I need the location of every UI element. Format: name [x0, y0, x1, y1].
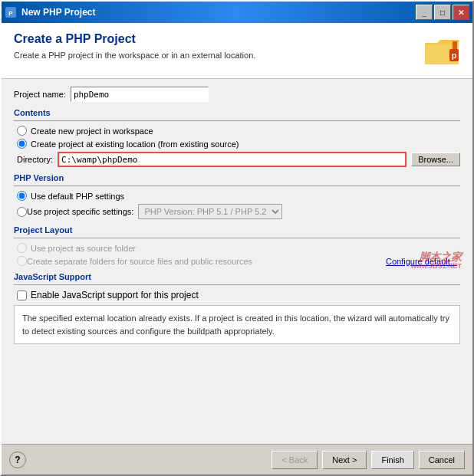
radio-project-php[interactable] [17, 207, 27, 217]
radio-workspace[interactable] [17, 126, 27, 136]
header-area: Create a PHP Project Create a PHP projec… [2, 23, 472, 79]
project-name-row: Project name: [14, 87, 460, 102]
back-button[interactable]: < Back [272, 451, 318, 469]
radio-default-php-label[interactable]: Use default PHP settings [31, 192, 124, 201]
header-text-block: Create a PHP Project Create a PHP projec… [14, 32, 423, 60]
title-bar-buttons: _ □ ✕ [416, 5, 469, 20]
project-layout-divider [14, 238, 460, 238]
window-icon: P [5, 6, 17, 18]
svg-text:p: p [452, 51, 457, 60]
enable-js-label[interactable]: Enable JavaScript support for this proje… [31, 290, 199, 300]
dialog-title: Create a PHP Project [14, 32, 423, 46]
radio-separate-folders-label[interactable]: Create separate folders for source files… [27, 257, 252, 266]
cancel-button[interactable]: Cancel [419, 451, 465, 469]
radio-separate-folders-row: Create separate folders for source files… [14, 256, 460, 266]
button-bar: ? < Back Next > Finish Cancel [2, 444, 472, 474]
radio-existing[interactable] [17, 139, 27, 149]
radio-existing-label[interactable]: Create project at existing location (fro… [31, 140, 239, 149]
radio-default-php[interactable] [17, 191, 27, 201]
title-bar: P New PHP Project _ □ ✕ [2, 2, 472, 23]
javascript-support-label: JavaScript Support [14, 272, 460, 281]
directory-label: Directory: [17, 155, 53, 164]
php-version-select[interactable]: PHP Version: PHP 5.1 / PHP 5.2 [138, 204, 282, 219]
radio-source-folder-row: Use project as source folder [14, 243, 460, 253]
dialog-subtitle: Create a PHP project in the workspace or… [14, 51, 423, 60]
radio-separate-folders[interactable] [17, 256, 27, 266]
info-text: The specified external location already … [22, 314, 449, 336]
project-name-label: Project name: [14, 90, 66, 99]
javascript-divider [14, 284, 460, 285]
finish-button[interactable]: Finish [371, 451, 413, 469]
radio-existing-row: Create project at existing location (fro… [14, 139, 460, 149]
next-button[interactable]: Next > [322, 451, 367, 469]
dialog-content: Create a PHP Project Create a PHP projec… [2, 23, 472, 474]
radio-source-folder-label[interactable]: Use project as source folder [31, 244, 136, 253]
header-icon: p [423, 32, 460, 69]
radio-project-php-label[interactable]: Use project specific settings: [27, 207, 133, 216]
project-layout-label: Project Layout [14, 225, 460, 235]
minimize-button[interactable]: _ [416, 5, 433, 20]
main-window: P New PHP Project _ □ ✕ Create a PHP Pro… [0, 0, 474, 476]
php-version-divider [14, 185, 460, 186]
radio-workspace-label[interactable]: Create new project in workspace [31, 126, 153, 136]
browse-button[interactable]: Browse... [411, 153, 460, 166]
close-button[interactable]: ✕ [453, 5, 469, 20]
radio-default-php-row: Use default PHP settings [14, 191, 460, 201]
maximize-button[interactable]: □ [434, 5, 451, 20]
directory-row: Directory: Browse... [14, 152, 460, 167]
directory-input[interactable] [58, 152, 407, 167]
help-button[interactable]: ? [9, 451, 26, 468]
radio-source-folder[interactable] [17, 243, 27, 253]
configure-default-link[interactable]: Configure default... [386, 257, 457, 266]
main-form-area: 脚本之家 www.JBS1.NET Project name: Contents… [2, 79, 472, 444]
enable-js-row: Enable JavaScript support for this proje… [14, 290, 460, 300]
enable-js-checkbox[interactable] [17, 291, 27, 300]
contents-label: Contents [14, 108, 460, 117]
svg-text:P: P [8, 10, 13, 17]
project-name-input[interactable] [71, 87, 209, 102]
title-bar-text: New PHP Project [21, 7, 416, 18]
contents-divider [14, 120, 460, 121]
info-box: The specified external location already … [14, 305, 460, 344]
svg-marker-6 [453, 41, 457, 51]
radio-project-php-row: Use project specific settings: PHP Versi… [14, 204, 460, 219]
radio-workspace-row: Create new project in workspace [14, 126, 460, 136]
php-version-label: PHP Version [14, 173, 460, 182]
